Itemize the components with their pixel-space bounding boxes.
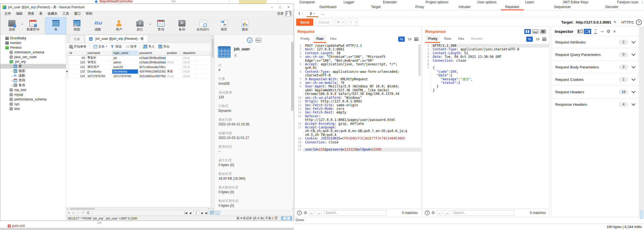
- request-line[interactable]: 6Content-Type: application/x-www-form-ur…: [295, 70, 421, 74]
- request-editor[interactable]: 1POST /user/updatePwd HTTP/1.12Host: 127…: [295, 43, 421, 208]
- table-toolbar-排序[interactable]: 排序: [124, 44, 138, 49]
- request-line[interactable]: 10sec-ch-ua-platform: "Windows": [295, 96, 421, 100]
- toolbar-button-模型[interactable]: 模型: [213, 17, 234, 34]
- toggle-right-pane-button[interactable]: [287, 216, 292, 220]
- cell-departme[interactable]: (Null): [182, 60, 196, 65]
- request-line[interactable]: 15Referer:: [295, 115, 421, 118]
- cell-username[interactable]: Drunkbaby: [86, 69, 112, 74]
- inspector-section-request-headers[interactable]: Request Headers18: [551, 86, 639, 98]
- request-line[interactable]: 2Host: 127.0.0.1:8081: [295, 48, 421, 51]
- search-next-button[interactable]: →: [316, 210, 322, 216]
- apply-button[interactable]: ✓: [77, 211, 79, 215]
- cell-login-name[interactable]: admin: [112, 60, 138, 65]
- cell-password[interactable]: e10adc3949ba59abbe56e: [138, 56, 166, 60]
- repeater-tab--[interactable]: ...: [318, 11, 328, 17]
- response-line[interactable]: 3Content-Length: 51: [423, 51, 549, 55]
- tree-item-表[interactable]: ›表: [0, 64, 66, 69]
- cell-departme[interactable]: (Null): [182, 65, 196, 69]
- grid-view-button[interactable]: [210, 211, 215, 215]
- tree-item-information-schema[interactable]: information_schema: [0, 50, 66, 55]
- editor-menu-icon[interactable]: [414, 38, 418, 41]
- chevron-down-icon[interactable]: [632, 102, 635, 106]
- prev-record-button[interactable]: ◀: [189, 211, 191, 215]
- request-line[interactable]: zh-CN,zh;q=0.9,en;q=0.8,en-GB;q=0.7,en-U…: [295, 129, 421, 133]
- burp-menu-learn[interactable]: Learn: [525, 0, 534, 4]
- scroll-thumb[interactable]: [212, 38, 214, 58]
- add-record-button[interactable]: +: [68, 211, 70, 215]
- request-line[interactable]: Chrome/106.0.0.0 Safari/537.36 Edg/106.0…: [295, 92, 421, 96]
- cell-login-name[interactable]: 18717979765: [112, 74, 138, 78]
- burp-menu-jwt-editor-keys[interactable]: JWT Editor Keys: [563, 0, 588, 4]
- scroll-thumb[interactable]: [70, 208, 95, 210]
- help-icon[interactable]: ?: [636, 19, 642, 25]
- close-tab-icon[interactable]: ×: [313, 12, 315, 15]
- request-line[interactable]: 17Accept-Language:: [295, 126, 421, 129]
- inspector-settings-icon[interactable]: ⚙: [607, 29, 611, 34]
- cell-login-name[interactable]: Drunkbaby: [112, 69, 138, 74]
- burp-tab-sequencer[interactable]: Sequencer: [550, 4, 575, 10]
- cell-username[interactable]: 季圣华: [86, 56, 112, 60]
- cell-username[interactable]: 18717979765: [86, 74, 112, 78]
- table-toolbar-筛选[interactable]: 筛选: [109, 44, 123, 49]
- cancel-button[interactable]: Cancel: [316, 19, 333, 26]
- minimize-button[interactable]: −: [268, 4, 276, 10]
- cell-id[interactable]: 63: [69, 56, 86, 60]
- request-line[interactable]: 8sec-ch-ua-mobile: ?0: [295, 81, 421, 85]
- inspector-section-request-query-parameters[interactable]: Request Query Parameters0: [551, 48, 639, 61]
- response-line[interactable]: }: [423, 89, 549, 92]
- inspector-section-response-headers[interactable]: Response Headers4: [551, 98, 639, 110]
- cell-position[interactable]: [166, 65, 182, 69]
- toggle-left-pane-button[interactable]: [281, 216, 286, 220]
- next-record-button[interactable]: ▶: [201, 211, 204, 215]
- stop-button[interactable]: ▪: [92, 211, 93, 215]
- info-scrollbar-thumb[interactable]: [291, 42, 293, 111]
- request-scrollbar-thumb[interactable]: [418, 44, 421, 76]
- menu-item-工具[interactable]: 工具: [60, 11, 72, 16]
- request-tab-raw[interactable]: Raw: [314, 35, 326, 43]
- toolbar-button-自动运行[interactable]: 自动运行: [192, 17, 213, 34]
- burp-tab-proxy[interactable]: Proxy: [411, 4, 429, 10]
- tree-item-jsh-erp[interactable]: ✓jsh_erp: [0, 59, 66, 64]
- request-line[interactable]: 11Origin: http://127.0.0.1:8081: [295, 100, 421, 103]
- tree-item-mp-test[interactable]: mp_test: [0, 87, 66, 92]
- column-header-password[interactable]: password: [138, 50, 166, 55]
- menu-item-查看[interactable]: 查看: [25, 11, 37, 16]
- send-button[interactable]: Send: [296, 19, 313, 26]
- ddl-tab-icon[interactable]: DDL: [256, 38, 261, 42]
- cell-position[interactable]: [166, 56, 182, 60]
- request-line[interactable]: 19Connection: close: [295, 141, 421, 144]
- inspector-dock-left-button[interactable]: [577, 29, 584, 34]
- request-line[interactable]: q=0.01: [295, 66, 421, 70]
- collapse-all-icon[interactable]: ↕: [600, 29, 604, 34]
- cell-position[interactable]: 菜逼: [166, 69, 182, 74]
- table-row[interactable]: 131测试用户test123827ccb0eea8a706c4c34a1(Nul…: [66, 65, 211, 69]
- first-record-button[interactable]: |◀: [184, 211, 187, 215]
- toolbar-button-函数[interactable]: 函数: [87, 17, 108, 34]
- tree-item-pentest[interactable]: Pentest: [0, 45, 66, 50]
- cell-id[interactable]: 131: [69, 65, 86, 69]
- response-line[interactable]: "status":2: [423, 81, 549, 85]
- response-line[interactable]: 6: [423, 63, 549, 66]
- table-toolbar-导入[interactable]: 导入: [142, 44, 156, 49]
- toolbar-button-备份[interactable]: 备份: [171, 17, 192, 34]
- cell-username[interactable]: 测试用户: [86, 65, 112, 69]
- tree-item-monitor[interactable]: monitor: [0, 40, 66, 45]
- request-line[interactable]: 3Content-Length: 39: [295, 51, 421, 55]
- response-tab-pretty[interactable]: Pretty: [425, 35, 440, 43]
- response-line[interactable]: }: [423, 85, 549, 88]
- scroll-right-icon[interactable]: ▸: [208, 207, 211, 210]
- table-toolbar-导出[interactable]: 导出: [157, 44, 171, 49]
- cell-id[interactable]: 133: [69, 74, 86, 78]
- search-prev-button[interactable]: ←: [309, 210, 314, 216]
- cell-login-name[interactable]: test123: [112, 65, 138, 69]
- tree-item-drunkbaby[interactable]: Drunkbaby: [0, 36, 66, 40]
- menu-item-表[interactable]: 表: [37, 11, 45, 16]
- tree-item-备份[interactable]: ›备份: [0, 83, 66, 87]
- search-help-icon[interactable]: ?: [425, 210, 430, 215]
- layout-rows-button[interactable]: [532, 29, 539, 34]
- menu-item-窗口[interactable]: 窗口: [72, 11, 83, 16]
- cell-password[interactable]: 4297f44b13955235245b24: [138, 69, 166, 74]
- back-history-button[interactable]: < ▼: [335, 19, 345, 26]
- edit-target-icon[interactable]: ✎: [613, 20, 617, 24]
- menu-item-帮助[interactable]: 帮助: [83, 11, 95, 16]
